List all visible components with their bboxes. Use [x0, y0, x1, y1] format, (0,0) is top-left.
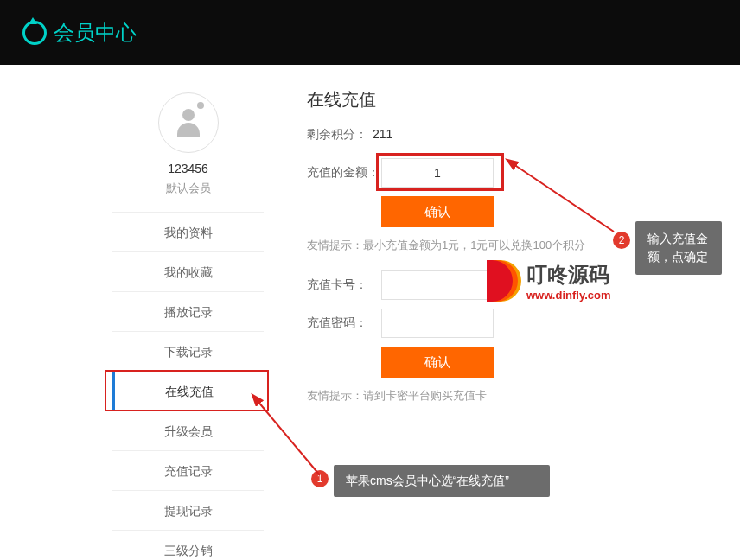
amount-input[interactable]: [381, 158, 494, 188]
sidebar-item-label: 下载记录: [164, 345, 213, 359]
card-password-input[interactable]: [381, 309, 494, 338]
sidebar-item-label: 充值记录: [164, 464, 213, 478]
sidebar-item-label: 提现记录: [164, 504, 213, 518]
sidebar-item-upgrade[interactable]: 升级会员: [112, 410, 264, 450]
logo[interactable]: 会员中心: [21, 19, 137, 47]
sidebar-item-distribution[interactable]: 三级分销: [112, 530, 264, 560]
points-value: 211: [373, 127, 392, 141]
sidebar-item-download-history[interactable]: 下载记录: [112, 331, 264, 371]
avatar-notification-dot: [197, 102, 204, 109]
sidebar-item-profile[interactable]: 我的资料: [112, 212, 264, 251]
card-password-label: 充值密码：: [307, 315, 381, 331]
annotation-callout-2: 2 输入充值金额，点确定: [635, 221, 722, 275]
username: 123456: [112, 162, 264, 175]
card-number-row: 充值卡号：: [307, 270, 740, 300]
user-role: 默认会员: [112, 181, 264, 196]
avatar[interactable]: [158, 92, 219, 153]
sidebar-item-withdraw-log[interactable]: 提现记录: [112, 490, 264, 530]
points-label: 剩余积分：: [307, 127, 367, 141]
sidebar-item-label: 播放记录: [164, 305, 213, 319]
sidebar-item-label: 我的资料: [164, 226, 213, 239]
card-number-input[interactable]: [381, 270, 494, 300]
hint-card: 友情提示：请到卡密平台购买充值卡: [307, 388, 740, 404]
sidebar-item-label: 升级会员: [164, 424, 213, 438]
confirm-card-button[interactable]: 确认: [381, 347, 494, 378]
logo-icon: [21, 19, 48, 47]
page-title: 在线充值: [307, 88, 740, 111]
annotation-badge-1: 1: [311, 470, 329, 487]
sidebar-item-label: 在线充值: [165, 385, 214, 398]
sidebar-item-recharge-log[interactable]: 充值记录: [112, 450, 264, 490]
amount-row: 充值的金额：: [307, 158, 740, 188]
sidebar-item-label: 我的收藏: [164, 265, 213, 279]
annotation-text-2: 输入充值金额，点确定: [648, 230, 710, 266]
sidebar-item-play-history[interactable]: 播放记录: [112, 291, 264, 331]
sidebar-item-recharge[interactable]: 在线充值: [112, 371, 264, 410]
annotation-text-1: 苹果cms会员中心选“在线充值”: [346, 472, 509, 490]
sidebar-item-favorites[interactable]: 我的收藏: [112, 251, 264, 291]
card-password-row: 充值密码：: [307, 309, 740, 338]
amount-label: 充值的金额：: [307, 165, 381, 181]
sidebar: 123456 默认会员 我的资料 我的收藏 播放记录 下载记录 在线充值 升级会…: [112, 75, 264, 560]
annotation-badge-2: 2: [613, 232, 630, 249]
header-bar: 会员中心: [0, 0, 740, 65]
sidebar-item-label: 三级分销: [164, 544, 213, 557]
annotation-callout-1: 1 苹果cms会员中心选“在线充值”: [334, 465, 550, 497]
card-number-label: 充值卡号：: [307, 277, 381, 293]
points-info: 剩余积分：211: [307, 127, 740, 143]
confirm-amount-button[interactable]: 确认: [381, 196, 494, 227]
header-title: 会员中心: [54, 19, 137, 47]
